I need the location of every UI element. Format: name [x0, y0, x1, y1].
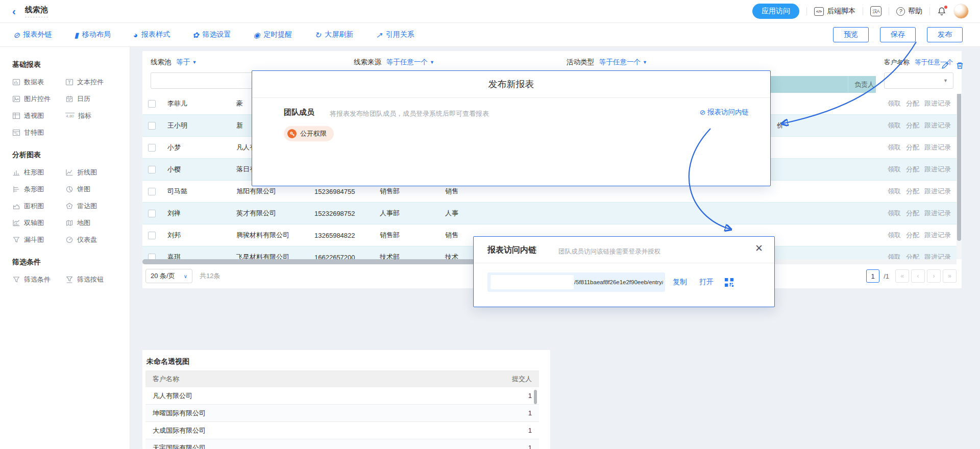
filter-card-customer-name: 客户名称 等于任意一个 ▼	[876, 51, 962, 94]
row-checkbox[interactable]	[148, 188, 156, 195]
row-action-link[interactable]: 跟进记录	[924, 253, 951, 259]
language-icon[interactable]: 汉A	[870, 6, 881, 16]
qr-code-icon[interactable]	[725, 278, 733, 287]
section-title-basic: 基础报表	[12, 60, 130, 69]
row-action-link[interactable]: 跟进记录	[924, 143, 951, 152]
toolbar-item-timed-reminder[interactable]: ◉定时提醒	[253, 30, 292, 39]
row-action-link[interactable]: 领取	[888, 143, 901, 152]
public-permission-tag[interactable]: 公开权限	[284, 126, 334, 141]
link-url-input[interactable]: /5f811baeaf8f26e1e2f90eeb/entry/5...	[487, 272, 665, 292]
sidebar-item-dual-axis-chart[interactable]: 双轴图	[12, 218, 65, 228]
filter-op-dropdown[interactable]: 等于任意一个▼	[386, 58, 434, 67]
row-action-link[interactable]: 领取	[888, 187, 901, 196]
report-access-link[interactable]: ⊘报表访问内链	[700, 108, 749, 117]
help-button[interactable]: ? 帮助	[896, 7, 922, 16]
open-button[interactable]: 打开	[699, 278, 714, 287]
current-page-input[interactable]: 1	[866, 269, 879, 283]
sidebar-item-pivot[interactable]: 透视图	[12, 111, 65, 120]
sidebar-item-filter-condition[interactable]: 筛选条件	[12, 275, 65, 284]
toolbar-item-mobile-layout[interactable]: ▮移动布局	[75, 30, 111, 39]
row-action-link[interactable]: 领取	[888, 165, 901, 174]
toolbar-item-screen-refresh[interactable]: ↻大屏刷新	[315, 30, 354, 39]
sidebar-item-line-chart[interactable]: 折线图	[65, 168, 118, 177]
row-checkbox[interactable]	[148, 144, 156, 152]
row-action-link[interactable]: 领取	[888, 231, 901, 240]
row-action-link[interactable]: 跟进记录	[924, 209, 951, 218]
sidebar-item-calendar[interactable]: 日历	[65, 94, 118, 104]
sidebar-item-funnel-chart[interactable]: 漏斗图	[12, 235, 65, 244]
row-action-link[interactable]: 分配	[906, 187, 919, 196]
row-action-link[interactable]: 分配	[906, 209, 919, 218]
publish-button[interactable]: 发布	[927, 27, 963, 42]
row-action-link[interactable]: 分配	[906, 143, 919, 152]
sidebar-item-map[interactable]: 地图	[65, 218, 118, 228]
notification-bell-icon[interactable]	[937, 7, 946, 16]
filter-value-dropdown[interactable]: ▼	[884, 72, 953, 89]
close-icon[interactable]: ✕	[755, 243, 763, 253]
sidebar-item-radar-chart[interactable]: 雷达图	[65, 202, 118, 211]
toolbar-item-external-link[interactable]: ⊘报表外链	[13, 30, 52, 39]
sidebar-item-pie-chart[interactable]: 饼图	[65, 185, 118, 194]
first-page-button[interactable]: «	[895, 269, 909, 283]
row-checkbox[interactable]	[148, 100, 156, 108]
filter-op-dropdown[interactable]: 等于任意一个▼	[599, 58, 647, 67]
last-page-button[interactable]: »	[943, 269, 957, 283]
preview-button[interactable]: 预览	[833, 27, 869, 42]
row-action-link[interactable]: 分配	[906, 165, 919, 174]
filter-op-dropdown[interactable]: 等于▼	[177, 58, 197, 67]
pivot-scrollbar-thumb[interactable]	[534, 390, 537, 404]
sidebar-item-gauge[interactable]: 仪表盘	[65, 235, 118, 244]
divider	[252, 97, 770, 98]
row-action-link[interactable]: 分配	[906, 253, 919, 259]
row-action-link[interactable]: 分配	[906, 231, 919, 240]
row-action-link[interactable]: 分配	[906, 99, 919, 108]
trash-icon[interactable]	[955, 61, 964, 70]
row-action-link[interactable]: 跟进记录	[924, 99, 951, 108]
row-action-link[interactable]: 分配	[906, 121, 919, 130]
table-cell	[771, 181, 848, 202]
row-action-link[interactable]: 跟进记录	[924, 165, 951, 174]
row-action-link[interactable]: 领取	[888, 253, 901, 259]
row-action-link[interactable]: 领取	[888, 121, 901, 130]
toolbar-item-reference-relation[interactable]: ↗引用关系	[376, 30, 414, 39]
backend-script-button[interactable]: </> 后端脚本	[814, 7, 855, 16]
vertical-scrollbar[interactable]	[957, 93, 962, 259]
sidebar-item-data-table[interactable]: 数据表	[12, 78, 65, 87]
sidebar-item-metric[interactable]: 4,80指标	[65, 111, 118, 120]
toolbar-item-filter-settings[interactable]: ✿筛选设置	[192, 30, 231, 39]
row-checkbox[interactable]	[148, 210, 156, 217]
next-page-button[interactable]: ›	[927, 269, 941, 283]
row-action-link[interactable]: 跟进记录	[924, 231, 951, 240]
row-action-link[interactable]: 跟进记录	[924, 187, 951, 196]
sidebar-item-filter-button[interactable]: 筛选按钮	[65, 275, 118, 284]
link-icon: ⊘	[13, 31, 20, 39]
row-action-link[interactable]: 领取	[888, 99, 901, 108]
image-icon	[12, 95, 20, 103]
table-cell: 人事部	[374, 203, 439, 224]
horizontal-scrollbar-thumb[interactable]	[142, 259, 475, 264]
page-size-select[interactable]: 20 条/页∨	[145, 269, 192, 283]
edit-icon[interactable]	[941, 61, 949, 70]
app-access-button[interactable]: 应用访问	[752, 4, 799, 19]
row-action-link[interactable]: 领取	[888, 209, 901, 218]
vertical-scrollbar-thumb[interactable]	[957, 93, 961, 241]
sidebar-item-text-widget[interactable]: 文本控件	[65, 78, 118, 87]
row-checkbox[interactable]	[148, 166, 156, 173]
back-button[interactable]: ‹	[12, 6, 16, 16]
copy-button[interactable]: 复制	[673, 278, 687, 287]
avatar[interactable]	[953, 4, 969, 19]
sidebar-item-bar-chart[interactable]: 柱形图	[12, 168, 65, 177]
report-title[interactable]: 线索池	[25, 5, 48, 17]
row-checkbox[interactable]	[148, 122, 156, 130]
actions-cell: 领取分配跟进记录	[881, 115, 957, 136]
sidebar-item-hbar-chart[interactable]: 条形图	[12, 185, 65, 194]
sidebar-item-image-widget[interactable]: 图片控件	[12, 94, 65, 104]
prev-page-button[interactable]: ‹	[911, 269, 925, 283]
row-action-link[interactable]: 跟进记录	[924, 121, 951, 130]
row-checkbox[interactable]	[148, 254, 156, 260]
row-checkbox[interactable]	[148, 232, 156, 239]
sidebar-item-gantt[interactable]: 甘特图	[12, 128, 65, 137]
toolbar-item-report-style[interactable]: ◕报表样式	[133, 30, 170, 39]
sidebar-item-area-chart[interactable]: 面积图	[12, 202, 65, 211]
save-button[interactable]: 保存	[880, 27, 916, 42]
